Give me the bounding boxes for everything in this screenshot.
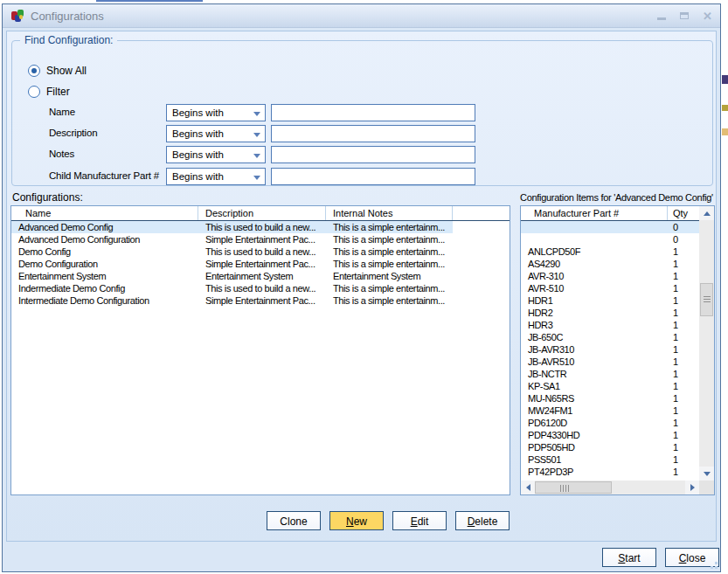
item-row[interactable]: AS42901 (521, 258, 699, 270)
item-row[interactable]: HDR21 (521, 307, 699, 319)
horizontal-scroll-thumb[interactable] (535, 481, 612, 494)
item-row[interactable]: MW24FM11 (521, 405, 699, 417)
configuration-row[interactable]: Demo ConfigThis is used to build a new..… (11, 246, 510, 258)
item-row[interactable]: PD6120D1 (521, 417, 699, 429)
column-header-manufacturer-part[interactable]: Manufacturer Part # (521, 206, 668, 220)
item-row[interactable]: AVR-5101 (521, 282, 699, 294)
maximize-icon[interactable] (680, 12, 689, 19)
filter-input[interactable] (271, 146, 475, 163)
filter-input[interactable] (271, 125, 475, 142)
background-speck (722, 128, 728, 135)
operator-dropdown[interactable]: Begins with (166, 168, 266, 185)
column-header-qty[interactable]: Qty (668, 206, 699, 220)
item-row[interactable]: HDR31 (521, 319, 699, 331)
minimize-icon[interactable] (657, 17, 666, 20)
filter-radio[interactable]: Filter (28, 86, 70, 98)
close-icon[interactable]: ✕ (703, 10, 712, 22)
window-title: Configurations (31, 10, 104, 23)
cell-manufacturer-part: JB-650C (521, 331, 668, 343)
background-app-line (96, 0, 203, 2)
titlebar[interactable]: Configurations ✕ (3, 4, 720, 28)
column-header-description[interactable]: Description (198, 206, 326, 220)
item-row[interactable]: JB-AVR3101 (521, 343, 699, 356)
cell-name: Entertainment System (11, 270, 198, 282)
vertical-scroll-thumb[interactable] (700, 283, 713, 316)
radio-icon[interactable] (28, 65, 40, 77)
cell-description: Simple Entertainment Pac... (198, 294, 326, 307)
cell-description: Entertainment System (198, 270, 326, 282)
cell-manufacturer-part: AVR-510 (521, 282, 668, 294)
clone-button[interactable]: Clone (267, 511, 321, 530)
cell-internal-notes: This is a simple entertainm... (326, 221, 453, 233)
cell-qty: 1 (668, 307, 699, 319)
scroll-up-icon[interactable] (699, 206, 714, 220)
radio-label: Filter (46, 86, 70, 98)
item-row[interactable]: JB-NCTR1 (521, 368, 699, 380)
scroll-right-icon[interactable] (685, 481, 699, 494)
configurations-label: Configurations: (12, 191, 83, 204)
cell-manufacturer-part: AVR-310 (521, 270, 668, 282)
cell-manufacturer-part: JB-NCTR (521, 368, 668, 380)
cell-manufacturer-part: MW24FM1 (521, 405, 668, 417)
background-app-strip-right (722, 0, 728, 574)
item-row[interactable]: PT42PD3P1 (521, 466, 699, 478)
operator-dropdown[interactable]: Begins with (166, 146, 266, 163)
configuration-row[interactable]: Advanced Demo ConfigThis is used to buil… (11, 221, 510, 233)
configuration-row[interactable]: Intermediate Demo ConfigurationSimple En… (11, 294, 510, 307)
item-row[interactable]: KP-SA11 (521, 380, 699, 392)
new-button[interactable]: New (329, 511, 384, 530)
configuration-row[interactable]: Demo ConfigurationSimple Entertainment P… (11, 258, 510, 270)
configuration-row[interactable]: Entertainment SystemEntertainment System… (11, 270, 510, 282)
delete-button[interactable]: Delete (455, 511, 510, 530)
item-row[interactable]: MU-N65RS1 (521, 392, 699, 405)
cell-qty: 1 (668, 392, 699, 405)
filter-input[interactable] (271, 168, 475, 185)
cell-qty: 0 (668, 233, 699, 246)
resize-grip[interactable] (707, 558, 718, 569)
cell-qty: 1 (668, 282, 699, 294)
item-row[interactable]: AVR-3101 (521, 270, 699, 282)
cell-name: Intermediate Demo Configuration (11, 294, 198, 307)
vertical-scrollbar[interactable] (699, 206, 714, 481)
cell-manufacturer-part (521, 233, 668, 246)
cell-internal-notes: This is a simple entertainm... (326, 246, 453, 258)
radio-icon[interactable] (28, 86, 40, 98)
item-row[interactable]: 0 (521, 233, 699, 246)
cell-qty: 1 (668, 417, 699, 429)
horizontal-scrollbar[interactable] (521, 481, 699, 494)
item-row[interactable]: ANLCPD50F1 (521, 246, 699, 258)
item-row[interactable]: JB-650C1 (521, 331, 699, 343)
show-all-radio[interactable]: Show All (28, 65, 87, 77)
configuration-row[interactable]: Indermediate Demo ConfigThis is used to … (11, 282, 510, 294)
cell-qty: 1 (668, 294, 699, 307)
cell-qty: 1 (668, 331, 699, 343)
cell-name: Advanced Demo Config (11, 221, 198, 233)
item-row[interactable]: PSS5011 (521, 453, 699, 466)
groupbox-legend: Find Configuration: (20, 34, 117, 46)
scroll-left-icon[interactable] (521, 481, 535, 494)
item-row[interactable]: 0 (521, 221, 699, 233)
radio-label: Show All (46, 65, 87, 77)
cell-manufacturer-part: JB-AVR510 (521, 356, 668, 368)
configuration-items-label: Configuration Items for 'Advanced Demo C… (520, 192, 713, 203)
scroll-down-icon[interactable] (699, 467, 714, 481)
cell-description: Simple Entertainment Pac... (198, 258, 326, 270)
cell-manufacturer-part: KP-SA1 (521, 380, 668, 392)
filter-field-label: Child Manufacturer Part # (49, 170, 159, 181)
filter-input[interactable] (271, 104, 475, 121)
edit-button[interactable]: Edit (392, 511, 447, 530)
operator-dropdown[interactable]: Begins with (166, 125, 266, 142)
item-row[interactable]: JB-AVR5101 (521, 356, 699, 368)
operator-dropdown[interactable]: Begins with (166, 104, 266, 121)
configuration-row[interactable]: Advanced Demo ConfigurationSimple Entert… (11, 233, 510, 246)
column-header-internal-notes[interactable]: Internal Notes (326, 206, 453, 220)
item-row[interactable]: PDP505HD1 (521, 441, 699, 453)
chevron-down-icon (253, 176, 260, 180)
start-button[interactable]: Start (602, 548, 656, 567)
item-row[interactable]: PDP4330HD1 (521, 429, 699, 441)
column-header-name[interactable]: Name (11, 206, 198, 220)
cell-manufacturer-part: AS4290 (521, 258, 668, 270)
item-row[interactable]: HDR11 (521, 294, 699, 307)
cell-qty: 1 (668, 466, 699, 478)
cell-description: This is used to build a new... (198, 246, 326, 258)
